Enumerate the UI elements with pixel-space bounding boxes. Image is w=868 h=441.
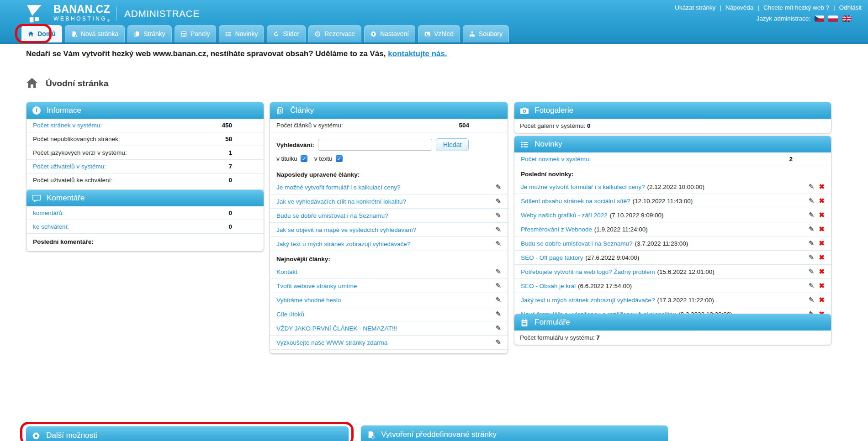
edit-pencil-icon[interactable]: ✎: [809, 253, 815, 261]
news-link[interactable]: Sdílení obsahu stránek na sociální sítě?: [521, 198, 630, 205]
edit-pencil-icon[interactable]: ✎: [495, 268, 501, 276]
news-link[interactable]: Potřebujete vytvořit na web logo? Žádný …: [521, 268, 655, 275]
news-link[interactable]: Je možné vytvořit formulář i s kalkulací…: [521, 184, 645, 190]
app-title: ADMINISTRACE: [124, 8, 200, 19]
brand-area[interactable]: BANAN.CZ WEBHOSTING® ADMINISTRACE: [26, 4, 200, 23]
edit-pencil-icon[interactable]: ✎: [495, 211, 501, 220]
tab-stranky[interactable]: Stránky: [127, 25, 171, 42]
edit-pencil-icon[interactable]: ✎: [809, 225, 815, 233]
edit-pencil-icon[interactable]: ✎: [495, 282, 501, 290]
panel-formulare-header: Formuláře: [514, 314, 831, 331]
news-link[interactable]: Budu se dobře umisťovat i na Seznamu?: [521, 240, 632, 247]
tab-vzhled[interactable]: Vzhled: [418, 25, 460, 42]
tab-nova-stranka[interactable]: Nová stránka: [65, 25, 125, 42]
edit-pencil-icon[interactable]: ✎: [495, 226, 501, 234]
news-link[interactable]: Jaký text u mých stránek zobrazují vyhle…: [521, 297, 655, 304]
article-link[interactable]: Je možné vytvořit formulář i s kalkulací…: [276, 184, 401, 191]
panel-fotogalerie-header: Fotogalerie: [514, 102, 831, 119]
news-date: (15.6.2022 12:01:00): [657, 268, 714, 275]
polish-flag-icon[interactable]: [828, 16, 838, 21]
comments-count-link[interactable]: komentářů:: [33, 210, 64, 216]
delete-x-icon[interactable]: ✖: [819, 239, 825, 247]
edit-pencil-icon[interactable]: ✎: [495, 324, 501, 332]
panel-formulare: Formuláře Počet formulářu v systému: 7: [514, 314, 831, 345]
delete-x-icon[interactable]: ✖: [819, 211, 825, 219]
article-link[interactable]: Cíle útoků: [276, 311, 304, 318]
edit-pencil-icon[interactable]: ✎: [495, 296, 501, 304]
edit-pencil-icon[interactable]: ✎: [495, 240, 501, 248]
article-link[interactable]: Vyzkoušejte naše WWW stránky zdarma: [276, 339, 387, 346]
article-link[interactable]: Vybíráme vhodné heslo: [276, 297, 341, 304]
panel-vytvoreni-stranky-header[interactable]: Vytvoření předdefinované stránky: [361, 425, 668, 441]
edit-pencil-icon[interactable]: ✎: [809, 296, 815, 304]
edit-pencil-icon[interactable]: ✎: [809, 197, 815, 205]
new-page-icon: [71, 31, 77, 37]
users-count-link[interactable]: Počet uživatelů v systému:: [33, 163, 106, 170]
edit-pencil-icon[interactable]: ✎: [809, 211, 815, 219]
search-input[interactable]: [318, 139, 432, 151]
edit-pencil-icon[interactable]: ✎: [495, 197, 501, 205]
news-count-link[interactable]: Počet novinek v systému:: [521, 156, 591, 163]
article-link[interactable]: Jak ve vyhledávačích cílit na konkrétní …: [276, 198, 406, 205]
news-list-icon: [520, 141, 529, 148]
comments-approve-link[interactable]: ke schválení:: [33, 223, 69, 230]
czech-flag-icon[interactable]: [815, 16, 824, 21]
tab-slider[interactable]: Slider: [267, 25, 306, 42]
english-flag-icon[interactable]: [842, 16, 852, 21]
article-link[interactable]: Budu se dobře umisťovat i na Seznamu?: [276, 212, 388, 219]
show-site-link[interactable]: Ukázat stránky: [675, 4, 715, 11]
edit-pencil-icon[interactable]: ✎: [809, 282, 815, 289]
news-link[interactable]: SEO - Off page faktory: [521, 254, 583, 261]
stat-row: Počet uživatelů v systému:7: [26, 160, 264, 173]
registered-mark: ®: [107, 19, 110, 23]
delete-x-icon[interactable]: ✖: [819, 268, 825, 275]
delete-x-icon[interactable]: ✖: [819, 225, 825, 233]
new-page-icon: [367, 431, 375, 439]
panel-dalsi-moznosti-header[interactable]: Další možnosti: [26, 426, 349, 441]
article-row: Vybíráme vhodné heslo✎: [270, 293, 508, 307]
edit-pencil-icon[interactable]: ✎: [809, 183, 815, 190]
edit-pencil-icon[interactable]: ✎: [809, 268, 815, 275]
article-link[interactable]: Jaký text u mých stránek zobrazují vyhle…: [276, 241, 410, 247]
in-text-checkbox[interactable]: ✓: [336, 155, 343, 162]
edit-pencil-icon[interactable]: ✎: [495, 183, 501, 191]
in-text-label: v textu: [314, 155, 333, 162]
news-date: (27.6.2022 9:04:00): [585, 254, 639, 261]
logout-link[interactable]: Odhlásit: [839, 4, 862, 11]
article-link[interactable]: Jak se objevit na mapě ve výsledcích vyh…: [276, 226, 416, 233]
article-link[interactable]: VŽDY JAKO PRVNÍ ČLÁNEK - NEMAZAT!!!: [276, 325, 397, 332]
article-link[interactable]: Tvořit webové stránky umíme: [276, 283, 357, 289]
edit-pencil-icon[interactable]: ✎: [495, 338, 501, 346]
article-row: Vyzkoušejte naše WWW stránky zdarma✎: [270, 336, 508, 350]
stat-row: Počet nepublikovaných stránek:58: [26, 132, 264, 146]
delete-x-icon[interactable]: ✖: [819, 183, 825, 190]
contact-us-link[interactable]: kontaktujte nás.: [388, 49, 447, 58]
gear-icon: [32, 432, 40, 440]
last-comments-label: Poslední komentáře:: [26, 234, 264, 247]
tab-rezervace[interactable]: Rezervace: [308, 25, 361, 42]
search-button[interactable]: Hledat: [436, 138, 469, 151]
tab-nastaveni[interactable]: Nastavení: [364, 25, 415, 42]
in-title-checkbox[interactable]: ✓: [301, 155, 307, 162]
news-link[interactable]: SEO - Obsah je král: [521, 283, 576, 289]
help-link[interactable]: Nápověda: [725, 4, 754, 11]
article-row: Jak se objevit na mapě ve výsledcích vyh…: [270, 223, 508, 237]
news-link[interactable]: Weby našich grafiků - září 2022: [521, 212, 608, 219]
articles-icon: [276, 107, 284, 115]
delete-x-icon[interactable]: ✖: [819, 296, 825, 304]
delete-x-icon[interactable]: ✖: [819, 197, 825, 205]
delete-x-icon[interactable]: ✖: [819, 282, 825, 289]
edit-pencil-icon[interactable]: ✎: [495, 310, 501, 318]
pages-count-link[interactable]: Počet stránek v systému:: [33, 122, 102, 129]
article-link[interactable]: Kontakt: [276, 268, 297, 275]
news-row: Jaký text u mých stránek zobrazují vyhle…: [514, 293, 831, 307]
tab-novinky[interactable]: Novinky: [219, 25, 264, 42]
tab-soubory[interactable]: Soubory: [463, 25, 509, 42]
news-link[interactable]: Přesměrování z Webnode: [521, 226, 592, 233]
nice-web-link[interactable]: Chcete mít hezký web ?: [763, 4, 829, 11]
edit-pencil-icon[interactable]: ✎: [809, 239, 815, 247]
delete-x-icon[interactable]: ✖: [819, 253, 825, 261]
tab-domu[interactable]: Domů: [21, 25, 62, 42]
brand-text: BANAN.CZ WEBHOSTING®: [53, 4, 110, 23]
tab-panely[interactable]: Panely: [175, 25, 217, 42]
